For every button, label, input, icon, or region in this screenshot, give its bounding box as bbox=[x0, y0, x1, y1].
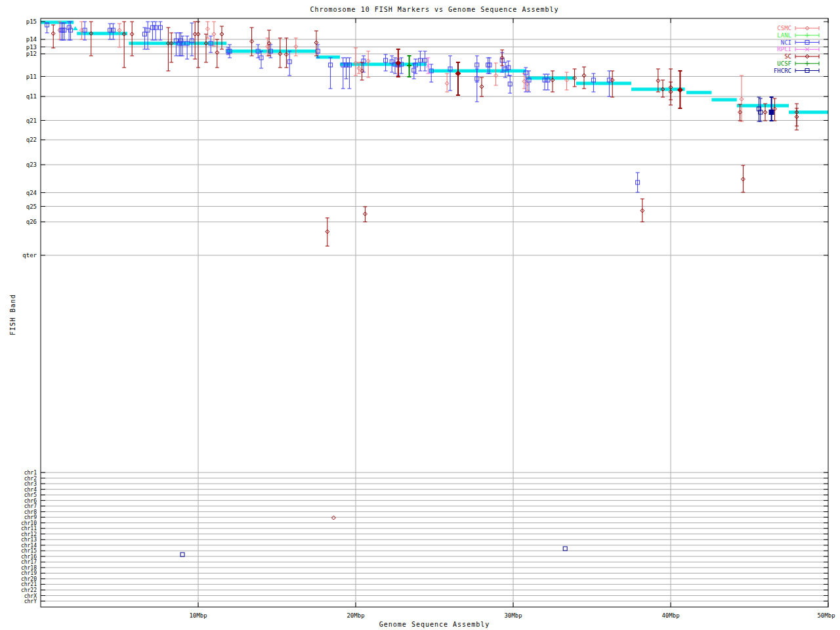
y-band-tick-label: q22 bbox=[26, 136, 37, 143]
legend-label-fhcrc: FHCRC bbox=[774, 68, 791, 74]
frame-rect bbox=[41, 18, 828, 607]
x-axis-label: Genome Sequence Assembly bbox=[41, 621, 828, 628]
y-band-tick-label: q24 bbox=[26, 190, 37, 196]
chr-tick-label: chrY bbox=[24, 598, 37, 604]
marker-square bbox=[563, 547, 567, 551]
marker-square bbox=[180, 553, 184, 556]
marker-diamond bbox=[396, 61, 400, 65]
x-tick-label: 50Mbp bbox=[817, 612, 835, 619]
x-tick-label: 30Mbp bbox=[504, 612, 522, 619]
y-band-tick-label: q26 bbox=[26, 219, 37, 225]
gridlines bbox=[41, 18, 828, 607]
y-band-tick-label: qter bbox=[22, 252, 37, 259]
y-band-tick-label: q11 bbox=[26, 93, 37, 100]
legend-label-nci: NCI bbox=[781, 39, 791, 46]
legend-label-csmc: CSMC bbox=[777, 25, 791, 32]
legend-label-lanl: LANL bbox=[777, 32, 791, 39]
series-UCSF bbox=[407, 56, 411, 77]
marker-diamond bbox=[456, 72, 460, 75]
marker-diamond bbox=[678, 88, 682, 92]
series-FHCRC bbox=[180, 97, 774, 556]
x-tick-label: 10Mbp bbox=[189, 612, 207, 619]
y-band-tick-label: p14 bbox=[26, 36, 37, 43]
x-tick-label: 40Mbp bbox=[662, 612, 679, 619]
y-band-tick-label: q21 bbox=[26, 117, 37, 124]
y-band-tick-label: q25 bbox=[26, 203, 37, 210]
chart-title: Chromosome 10 FISH Markers vs Genome Seq… bbox=[41, 6, 828, 13]
y-band-tick-label: q23 bbox=[26, 161, 37, 168]
assembly-triangle-marker bbox=[73, 26, 78, 30]
y-band-tick-label: p12 bbox=[26, 51, 37, 57]
y-axis-label: FISH Band bbox=[9, 282, 16, 348]
legend: CSMCLANLNCIRPCISCUCSFFHCRC bbox=[774, 25, 819, 74]
plot-frame: 10Mbp20Mbp30Mbp40Mbp50Mbpp15p14p13p12p11… bbox=[21, 18, 835, 619]
legend-label-sc: SC bbox=[784, 53, 791, 60]
marker-diamond bbox=[331, 516, 335, 520]
marker-plus bbox=[805, 61, 810, 66]
y-band-tick-label: p15 bbox=[26, 18, 37, 25]
marker-square bbox=[770, 110, 774, 114]
assembly-band-staircase bbox=[41, 22, 828, 112]
y-band-tick-label: p13 bbox=[26, 44, 37, 51]
legend-label-rpci: RPCI bbox=[777, 46, 791, 52]
y-band-tick-label: p11 bbox=[26, 74, 37, 80]
marker-plus bbox=[805, 33, 810, 37]
chart-page: 10Mbp20Mbp30Mbp40Mbp50Mbpp15p14p13p12p11… bbox=[0, 0, 840, 630]
plot-svg: 10Mbp20Mbp30Mbp40Mbp50Mbpp15p14p13p12p11… bbox=[0, 0, 840, 630]
legend-label-ucsf: UCSF bbox=[777, 60, 791, 67]
x-tick-label: 20Mbp bbox=[346, 612, 364, 619]
